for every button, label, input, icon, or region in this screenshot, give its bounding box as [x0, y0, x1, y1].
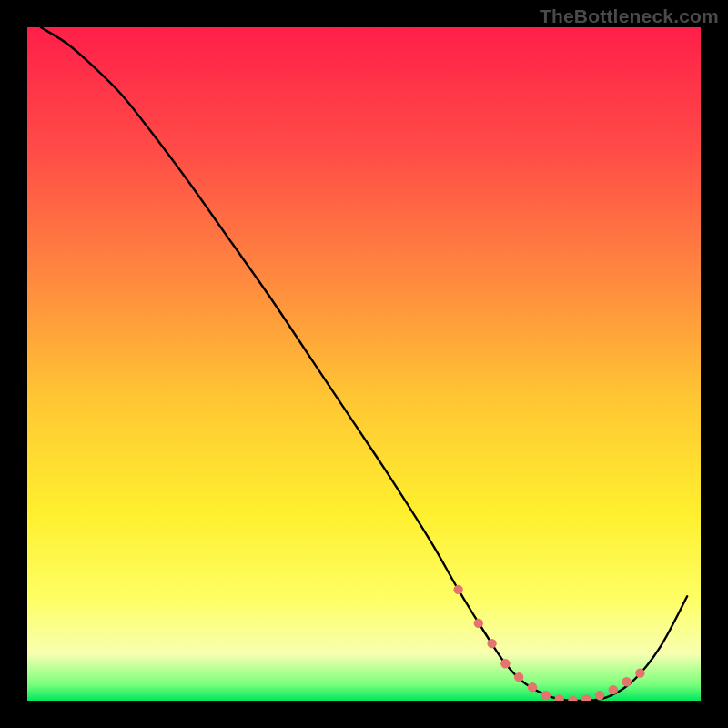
bottleneck-chart	[0, 0, 728, 728]
highlight-dot	[635, 668, 644, 677]
highlight-dot	[474, 619, 483, 628]
highlight-dot	[622, 677, 631, 686]
chart-stage: TheBottleneck.com	[0, 0, 728, 728]
highlight-dot	[595, 691, 604, 700]
gradient-background	[27, 27, 701, 701]
highlight-dot	[487, 639, 496, 648]
highlight-dot	[453, 585, 462, 594]
highlight-dot	[500, 659, 510, 668]
highlight-dot	[541, 691, 551, 700]
highlight-dot	[554, 694, 563, 703]
highlight-dot	[528, 682, 537, 692]
highlight-dot	[568, 696, 577, 705]
highlight-dot	[581, 694, 591, 703]
watermark-label: TheBottleneck.com	[540, 5, 719, 27]
highlight-dot	[514, 672, 523, 682]
highlight-dot	[609, 685, 618, 694]
